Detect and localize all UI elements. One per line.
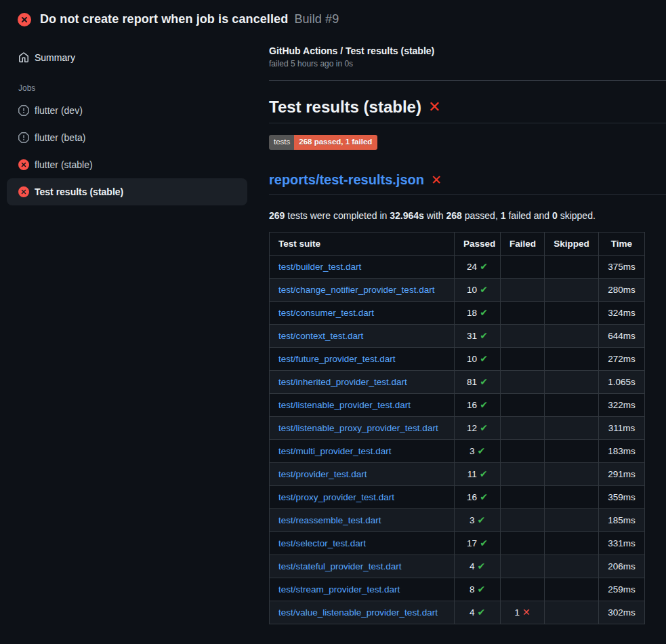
sidebar-item-summary[interactable]: Summary bbox=[7, 45, 247, 70]
table-row: test/listenable_proxy_provider_test.dart… bbox=[270, 416, 645, 439]
divider bbox=[269, 80, 666, 81]
skipped-cell bbox=[545, 255, 599, 278]
skipped-cell bbox=[545, 485, 599, 508]
table-row: test/future_provider_test.dart 10✔ 272ms bbox=[270, 347, 645, 370]
x-icon: ✕ bbox=[522, 607, 530, 618]
column-header-passed: Passed bbox=[455, 232, 501, 255]
passed-cell: 17✔ bbox=[455, 531, 501, 555]
time-cell: 302ms bbox=[599, 601, 645, 624]
table-row: test/builder_test.dart 24✔ 375ms bbox=[270, 255, 645, 278]
badge-label: tests bbox=[269, 135, 294, 150]
check-icon: ✔ bbox=[480, 330, 488, 341]
summary-passed: 268 bbox=[446, 210, 462, 221]
summary-skipped: 0 bbox=[552, 210, 558, 221]
test-suite-link[interactable]: test/context_test.dart bbox=[278, 331, 363, 341]
test-suite-link[interactable]: test/listenable_provider_test.dart bbox=[278, 400, 411, 410]
test-suite-link[interactable]: test/selector_test.dart bbox=[278, 538, 366, 548]
passed-cell: 12✔ bbox=[455, 416, 501, 439]
check-icon: ✔ bbox=[480, 284, 488, 295]
table-row: test/multi_provider_test.dart 3✔ 183ms bbox=[270, 439, 645, 462]
skipped-cell bbox=[545, 301, 599, 324]
test-suite-link[interactable]: test/provider_test.dart bbox=[278, 469, 367, 479]
sidebar-item-flutter-beta[interactable]: flutter (beta) bbox=[7, 124, 247, 151]
check-icon: ✔ bbox=[477, 607, 485, 618]
test-suite-link[interactable]: test/value_listenable_provider_test.dart bbox=[278, 607, 438, 618]
check-icon: ✔ bbox=[480, 468, 488, 479]
time-cell: 359ms bbox=[599, 485, 645, 508]
check-icon: ✔ bbox=[477, 561, 485, 571]
test-summary-line: 269 tests were completed in 32.964s with… bbox=[269, 210, 666, 221]
test-suite-link[interactable]: test/consumer_test.dart bbox=[278, 308, 374, 318]
passed-cell: 11✔ bbox=[455, 462, 501, 485]
time-cell: 183ms bbox=[599, 439, 645, 462]
results-table-body: test/builder_test.dart 24✔ 375ms test/ch… bbox=[270, 255, 645, 624]
stop-icon bbox=[18, 132, 29, 143]
sidebar-item-flutter-dev[interactable]: flutter (dev) bbox=[7, 97, 247, 124]
check-icon: ✔ bbox=[480, 376, 488, 387]
failed-cell bbox=[501, 578, 545, 601]
run-status-meta: failed 5 hours ago in 0s bbox=[269, 59, 666, 68]
x-circle-fill-icon bbox=[18, 13, 31, 26]
failed-cell bbox=[501, 485, 545, 508]
table-row: test/stateful_provider_test.dart 4✔ 206m… bbox=[270, 555, 645, 578]
table-row: test/inherited_provider_test.dart 81✔ 1.… bbox=[270, 370, 645, 393]
table-header-row: Test suite Passed Failed Skipped Time bbox=[270, 232, 645, 255]
check-icon: ✔ bbox=[480, 353, 488, 364]
test-suite-link[interactable]: test/proxy_provider_test.dart bbox=[278, 492, 394, 502]
passed-cell: 16✔ bbox=[455, 393, 501, 416]
check-icon: ✔ bbox=[480, 261, 488, 272]
check-icon: ✔ bbox=[477, 445, 485, 456]
job-label: flutter (beta) bbox=[35, 132, 85, 143]
table-row: test/consumer_test.dart 18✔ 324ms bbox=[270, 301, 645, 324]
report-file-link[interactable]: reports/test-results.json bbox=[269, 172, 424, 188]
skipped-cell bbox=[545, 439, 599, 462]
test-suite-link[interactable]: test/stateful_provider_test.dart bbox=[278, 561, 402, 571]
failed-cell bbox=[501, 301, 545, 324]
failed-cell bbox=[501, 278, 545, 301]
run-header: Do not create report when job is cancell… bbox=[0, 0, 666, 26]
skipped-cell bbox=[545, 324, 599, 347]
sidebar-item-test-results-stable[interactable]: Test results (stable) bbox=[7, 178, 247, 205]
time-cell: 206ms bbox=[599, 555, 645, 578]
failed-cell bbox=[501, 255, 545, 278]
passed-cell: 24✔ bbox=[455, 255, 501, 278]
failed-cell: 1✕ bbox=[501, 601, 545, 624]
failed-cell bbox=[501, 393, 545, 416]
failed-cell bbox=[501, 531, 545, 555]
failed-cell bbox=[501, 347, 545, 370]
x-circle-fill-icon bbox=[18, 159, 29, 170]
report-heading: reports/test-results.json ✕ bbox=[269, 172, 666, 195]
time-cell: 1.065s bbox=[599, 370, 645, 393]
workflow-run-title: Do not create report when job is cancell… bbox=[40, 12, 288, 26]
jobs-section-label: Jobs bbox=[18, 83, 247, 93]
failed-cell bbox=[501, 508, 545, 531]
time-cell: 311ms bbox=[599, 416, 645, 439]
passed-cell: 4✔ bbox=[455, 555, 501, 578]
column-header-test-suite: Test suite bbox=[270, 232, 455, 255]
table-row: test/context_test.dart 31✔ 644ms bbox=[270, 324, 645, 347]
home-icon bbox=[18, 52, 29, 63]
sidebar-item-flutter-stable[interactable]: flutter (stable) bbox=[7, 151, 247, 178]
test-suite-link[interactable]: test/multi_provider_test.dart bbox=[278, 446, 392, 456]
test-suite-link[interactable]: test/future_provider_test.dart bbox=[278, 354, 396, 364]
skipped-cell bbox=[545, 508, 599, 531]
failed-cell bbox=[501, 439, 545, 462]
passed-cell: 3✔ bbox=[455, 508, 501, 531]
test-suite-link[interactable]: test/builder_test.dart bbox=[278, 262, 361, 272]
summary-total: 269 bbox=[269, 210, 285, 221]
time-cell: 375ms bbox=[599, 255, 645, 278]
time-cell: 291ms bbox=[599, 462, 645, 485]
test-suite-link[interactable]: test/inherited_provider_test.dart bbox=[278, 377, 407, 387]
column-header-skipped: Skipped bbox=[545, 232, 599, 255]
column-header-time: Time bbox=[599, 232, 645, 255]
test-suite-link[interactable]: test/reassemble_test.dart bbox=[278, 515, 381, 525]
test-suite-link[interactable]: test/listenable_proxy_provider_test.dart bbox=[278, 423, 438, 433]
test-suite-link[interactable]: test/stream_provider_test.dart bbox=[278, 584, 400, 595]
section-title: Test results (stable) bbox=[269, 98, 421, 117]
passed-cell: 10✔ bbox=[455, 278, 501, 301]
section-heading: Test results (stable) ✕ bbox=[269, 98, 666, 123]
passed-cell: 8✔ bbox=[455, 578, 501, 601]
build-number: Build #9 bbox=[294, 12, 339, 26]
passed-cell: 3✔ bbox=[455, 439, 501, 462]
test-suite-link[interactable]: test/change_notifier_provider_test.dart bbox=[278, 285, 434, 295]
